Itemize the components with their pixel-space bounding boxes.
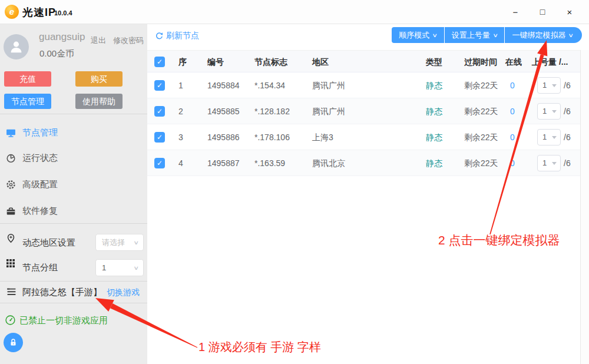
divider [0,303,147,303]
check-icon: ✓ [154,158,165,168]
app-logo-icon: e [5,5,19,19]
maximize-button[interactable]: □ [529,7,556,16]
region-select[interactable]: 请选择 ∨ [95,234,144,251]
sidebar-item-advanced-config[interactable]: 高级配置 [0,176,147,193]
sidebar-item-run-status[interactable]: 运行状态 [0,149,147,167]
chevron-down-icon: ∨ [432,32,438,38]
lock-button[interactable] [4,333,23,352]
type-badge: 静态 [426,72,442,98]
person-icon [9,39,24,54]
monitor-icon [6,128,16,138]
pie-chart-icon [6,153,16,163]
divider [0,223,147,224]
header-mark: 节点标志 [254,51,287,73]
close-button[interactable]: × [556,7,583,17]
buy-button[interactable]: 购买 [75,71,123,87]
header-seq: 序 [178,51,187,73]
sidebar-item-label: 高级配置 [22,178,58,191]
caret-down-icon [552,136,557,139]
table-row: ✓ 4 1495887 *.163.59 腾讯北京 静态 剩余22天 0 1 /… [147,150,580,176]
type-badge: 静态 [426,98,442,124]
slots-select[interactable]: 1 [537,129,561,145]
node-group-label: 节点分组 [22,262,58,273]
select-all-checkbox[interactable]: ✓ [154,57,165,67]
sidebar-item-software-repair[interactable]: 软件修复 [0,202,147,220]
row-checkbox[interactable]: ✓ [154,80,165,91]
node-manage-button[interactable]: 节点管理 [4,94,51,109]
list-icon [6,287,16,296]
chevron-down-icon: ∨ [134,265,140,271]
logout-link[interactable]: 退出 [91,35,106,46]
table-row: ✓ 2 1495885 *.128.182 腾讯广州 静态 剩余22天 0 1 … [147,98,580,124]
sidebar-item-label: 节点管理 [22,126,58,139]
bind-emulator-button[interactable]: 一键绑定模拟器 ∨ [505,27,582,43]
lock-icon [8,337,18,348]
grid-icon [6,259,15,268]
caret-down-icon [552,110,557,113]
gauge-icon [5,315,16,326]
toolbar-button-group: 顺序模式 ∨ 设置上号量 ∨ 一键绑定模拟器 ∨ [392,27,582,43]
sidebar-item-label: 运行状态 [22,151,58,164]
username: guangsuip [39,31,85,43]
chevron-down-icon: ∨ [568,32,574,38]
table-row: ✓ 1 1495884 *.154.34 腾讯广州 静态 剩余22天 0 1 /… [147,72,580,98]
row-checkbox[interactable]: ✓ [154,132,165,143]
app-title: 光速IP [22,5,56,19]
check-icon: ✓ [154,132,165,143]
main-panel: 刷新节点 顺序模式 ∨ 设置上号量 ∨ 一键绑定模拟器 ∨ ✓ 序 编号 节点标… [147,24,589,364]
header-expire: 过期时间 [464,51,497,73]
table-header: ✓ 序 编号 节点标志 地区 类型 过期时间 在线 上号量 /... [147,50,580,72]
chevron-down-icon: ∨ [134,240,140,246]
window-controls: − □ × [502,0,583,24]
caret-down-icon [552,84,557,87]
sidebar: guangsuip 退出 修改密码 0.00金币 充值 购买 节点管理 使用帮助… [0,24,147,364]
scrollbar-gutter[interactable] [580,50,589,364]
recharge-button[interactable]: 充值 [4,71,51,87]
current-game-label: 阿拉德之怒【手游】 [22,287,102,298]
order-mode-button[interactable]: 顺序模式 ∨ [392,27,444,43]
check-icon: ✓ [154,80,165,91]
check-icon: ✓ [154,57,165,67]
check-icon: ✓ [154,106,165,117]
help-button[interactable]: 使用帮助 [75,94,123,109]
app-version: 10.0.4 [54,9,72,16]
switch-game-link[interactable]: 切换游戏 [107,287,140,298]
slots-select[interactable]: 1 [537,103,561,120]
header-slots: 上号量 /... [532,51,568,73]
dynamic-region-label: 动态地区设置 [22,237,75,249]
slots-select[interactable]: 1 [537,155,561,171]
balance: 0.00金币 [39,48,74,59]
row-checkbox[interactable]: ✓ [154,106,165,117]
header-online: 在线 [505,51,522,73]
node-group-select[interactable]: 1 ∨ [95,259,144,276]
set-slots-button[interactable]: 设置上号量 ∨ [445,27,505,43]
game-block-status: 已禁止一切非游戏应用 [19,315,108,326]
header-type: 类型 [426,51,442,73]
toolbox-icon [6,206,16,216]
minimize-button[interactable]: − [502,7,529,17]
type-badge: 静态 [426,124,442,150]
title-bar: e 光速IP 10.0.4 − □ × [0,0,589,24]
sidebar-item-node-manage[interactable]: 节点管理 [0,124,147,141]
gear-icon [6,180,16,190]
avatar [4,34,29,59]
divider [0,114,147,114]
change-password-link[interactable]: 修改密码 [113,35,144,46]
table-row: ✓ 3 1495886 *.178.106 上海3 静态 剩余22天 0 1 /… [147,124,580,150]
caret-down-icon [552,162,557,165]
type-badge: 静态 [426,150,442,176]
slots-select[interactable]: 1 [537,77,561,94]
divider [0,281,147,282]
location-pin-icon [6,233,16,243]
refresh-nodes-link[interactable]: 刷新节点 [155,30,199,42]
header-region: 地区 [312,51,329,73]
header-id: 编号 [207,51,224,73]
sidebar-item-label: 软件修复 [22,204,58,217]
refresh-icon [155,32,164,41]
chevron-down-icon: ∨ [492,32,498,38]
row-checkbox[interactable]: ✓ [154,158,165,168]
